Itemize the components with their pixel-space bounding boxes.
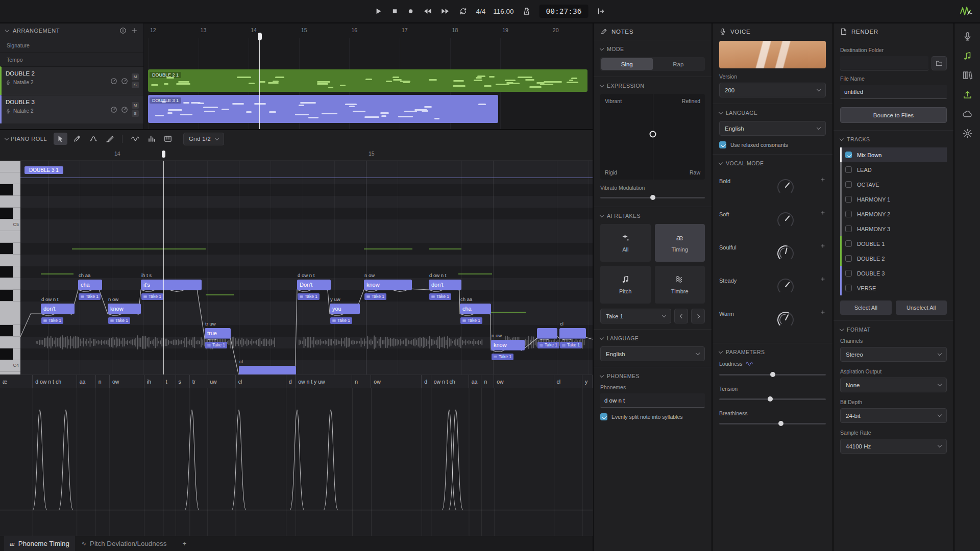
piano-key[interactable] [0,255,20,266]
xy-pad-thumb[interactable] [649,131,656,137]
render-track-double-1[interactable]: DOUBLE 1 [840,236,947,251]
record-button[interactable] [407,7,415,15]
microphone-icon[interactable] [963,32,972,41]
settings-icon[interactable] [963,129,972,138]
rewind-button[interactable] [423,6,433,16]
piano-key[interactable] [0,196,20,208]
clip-tag[interactable]: DOUBLE 3 1 [24,166,63,174]
unselect-all-button[interactable]: Unselect All [896,300,947,315]
phoneme-segment[interactable]: aa [77,375,96,388]
phoneme-segment[interactable]: t [163,375,176,388]
breathiness-slider[interactable] [719,420,826,427]
note[interactable]: n ow know Take 1 [364,280,412,290]
phoneme-segment[interactable]: cl [236,375,286,388]
take-badge[interactable]: Take 1 [108,317,130,324]
file-name-input[interactable] [840,85,947,99]
render-track-double-2[interactable]: DOUBLE 2 [840,251,947,266]
phoneme-segment[interactable]: n [352,375,371,388]
mode-sing-button[interactable]: Sing [601,58,653,70]
music-note-icon[interactable] [963,51,972,61]
section-chevron-icon[interactable] [719,160,723,164]
grid-snap-dropdown[interactable]: Grid 1/2 [183,133,224,145]
voice-avatar[interactable] [719,41,826,68]
phoneme-segment[interactable]: s [176,375,190,388]
library-icon[interactable] [963,70,972,80]
split-syllables-checkbox-row[interactable]: Evenly split note into syllables [600,413,705,420]
mute-button[interactable]: M [132,73,139,80]
piano-keys[interactable]: C5C4 [0,161,20,374]
gain-knob-icon[interactable] [121,106,128,113]
phoneme-segment[interactable]: n [96,375,110,388]
retake-timing-button[interactable]: æTiming [655,224,705,262]
piano-key[interactable] [0,231,20,243]
time-signature[interactable]: 4/4 [476,8,486,15]
cloud-icon[interactable] [963,109,972,119]
tab-phoneme-timing[interactable]: æPhoneme Timing [4,536,75,551]
phoneme-timing-editor[interactable] [0,388,593,536]
section-chevron-icon[interactable] [600,335,604,339]
arrangement-ruler[interactable]: 121314151617181920 [144,23,593,38]
phoneme-segment[interactable]: ow [371,375,422,388]
tension-slider[interactable] [719,395,826,403]
warm-knob[interactable] [774,309,797,332]
phoneme-segment[interactable]: ow [494,375,554,388]
add-steady-automation-icon[interactable] [820,276,826,282]
take-dropdown[interactable]: Take 1 [600,309,671,323]
checkbox-icon[interactable] [845,166,852,173]
voice-language-dropdown[interactable]: English [719,121,826,136]
phoneme-segment[interactable]: y [582,375,593,388]
take-badge[interactable]: Take 1 [298,293,320,300]
add-warm-automation-icon[interactable] [820,309,826,315]
piano-key[interactable]: C4 [0,360,20,372]
piano-key[interactable] [0,372,20,374]
render-track-harmony-3[interactable]: HARMONY 3 [840,221,947,236]
gain-knob-icon[interactable] [121,78,128,85]
phoneme-segment[interactable]: d [422,375,431,388]
format-field-dropdown[interactable]: 44100 Hz [840,439,947,454]
arrangement-clip[interactable]: DOUBLE 3 1 [148,95,498,123]
keyboard-view-button[interactable] [161,133,175,145]
solo-button[interactable]: S [132,110,139,117]
format-field-dropdown[interactable]: None [840,378,947,392]
playhead[interactable] [163,161,164,374]
select-all-button[interactable]: Select All [840,300,892,315]
expression-xy-pad[interactable]: Vibrant Refined Rigid Raw [600,94,705,180]
pencil-tool-button[interactable] [70,133,84,145]
note[interactable]: n ow know Take 1 [108,304,141,314]
vibrato-modulation-slider[interactable] [600,194,705,201]
render-track-verse[interactable]: VERSE [840,281,947,295]
render-track-octave[interactable]: OCTAVE [840,177,947,192]
checkbox-icon[interactable] [845,226,852,232]
tab-pitch-deviation-loudness[interactable]: ∿Pitch Deviation/Loudness [76,536,173,551]
piano-key[interactable] [0,302,20,313]
destination-folder-input[interactable] [840,56,928,70]
phoneme-segment[interactable]: d [286,375,296,388]
arrangement-timeline[interactable]: 121314151617181920 DOUBLE 2 1 DOUBLE 3 1 [144,23,593,129]
add-track-icon[interactable] [131,27,138,34]
previous-take-button[interactable] [674,309,688,323]
phoneme-segment[interactable]: æ [0,375,33,388]
spline-tool-button[interactable] [86,133,100,145]
note[interactable]: d ow n t don't Take 1 [429,280,461,290]
soulful-knob[interactable] [774,242,797,266]
take-badge[interactable]: Take 1 [537,342,559,348]
take-badge[interactable]: Take 1 [429,293,451,300]
take-badge[interactable]: Take 1 [492,354,513,360]
mode-rap-button[interactable]: Rap [653,58,704,70]
note[interactable]: Take 1 [537,328,557,339]
piano-roll-ruler[interactable]: 1415 [20,147,593,161]
arrangement-track-double-2[interactable]: DOUBLE 2 Natalie 2 M S [0,66,143,95]
retake-timbre-button[interactable]: Timbre [655,266,705,304]
render-track-harmony-2[interactable]: HARMONY 2 [840,207,947,221]
section-chevron-icon[interactable] [840,136,844,140]
retake-all-button[interactable]: All [600,224,651,262]
next-take-button[interactable] [691,309,705,323]
playhead-handle[interactable] [162,151,165,158]
take-badge[interactable]: Take 1 [460,317,482,324]
automation-curve-icon[interactable] [746,360,753,367]
note[interactable]: cl Take 1 [559,328,586,339]
loudness-slider[interactable] [719,371,826,378]
stop-button[interactable] [391,7,399,15]
note[interactable]: y uw you Take 1 [330,304,360,314]
piano-key[interactable] [0,243,20,255]
